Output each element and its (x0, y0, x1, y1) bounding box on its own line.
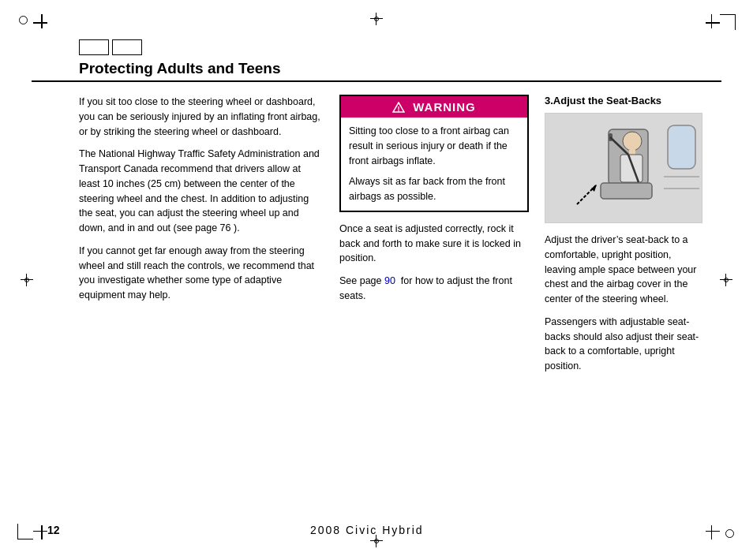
tick-tr-h (706, 22, 720, 24)
registration-mark-tl (19, 16, 28, 24)
right-para-2: Passengers with adjustable seat-backs sh… (545, 315, 702, 374)
svg-rect-13 (668, 125, 695, 169)
left-para-2: The National Highway Traffic Safety Admi… (79, 147, 324, 236)
middle-para-1: Once a seat is adjusted correctly, rock … (339, 222, 529, 266)
footer-document-title: 2008 Civic Hybrid (310, 524, 424, 536)
subsection-title: 3.Adjust the Seat-Backs (545, 95, 702, 106)
warning-triangle-icon: ! (392, 102, 405, 113)
warning-body: Sitting too close to a front airbag can … (341, 118, 527, 211)
warning-body-para-1: Sitting too close to a front airbag can … (349, 124, 519, 168)
right-column: 3.Adjust the Seat-Backs (545, 95, 702, 382)
svg-point-5 (623, 132, 642, 151)
warning-label: WARNING (413, 100, 476, 114)
registration-mark-tr (720, 14, 736, 30)
bottom-crosshair (370, 535, 383, 547)
right-para-1: Adjust the driver’s seat-back to a comfo… (545, 233, 702, 307)
tick-tl-h (33, 22, 47, 24)
warning-header: ! WARNING (341, 96, 527, 118)
left-para-1: If you sit too close to the steering whe… (79, 95, 324, 139)
warning-box: ! WARNING Sitting too close to a front a… (339, 95, 529, 212)
header-tabs (79, 39, 142, 55)
warning-body-para-2: Always sit as far back from the front ai… (349, 174, 519, 204)
left-crosshair (21, 274, 33, 286)
left-para-3: If you cannot get far enough away from t… (79, 244, 324, 303)
section-title-bar: Protecting Adults and Teens (32, 60, 721, 82)
footer-page-number: 12 (47, 524, 60, 536)
svg-rect-4 (601, 183, 652, 199)
main-content: If you sit too close to the steering whe… (32, 95, 721, 382)
header-area (32, 39, 721, 55)
middle-para-2: See page 90 for how to adjust the front … (339, 274, 529, 304)
middle-column: ! WARNING Sitting too close to a front a… (339, 95, 529, 382)
section-title: Protecting Adults and Teens (79, 60, 280, 77)
svg-rect-7 (620, 155, 642, 182)
left-column: If you sit too close to the steering whe… (79, 95, 324, 382)
seat-svg (545, 114, 702, 223)
tick-tl-v (41, 14, 43, 28)
header-tab-1 (79, 39, 109, 55)
svg-text:!: ! (398, 105, 400, 113)
page-link-90[interactable]: 90 (384, 275, 395, 286)
tick-tr-v (711, 14, 713, 28)
page: Protecting Adults and Teens If you sit t… (0, 0, 753, 560)
top-crosshair (370, 13, 383, 25)
right-crosshair (720, 274, 732, 286)
seat-illustration (545, 113, 702, 223)
header-tab-2 (112, 39, 142, 55)
warning-icon-svg: ! (392, 102, 405, 113)
